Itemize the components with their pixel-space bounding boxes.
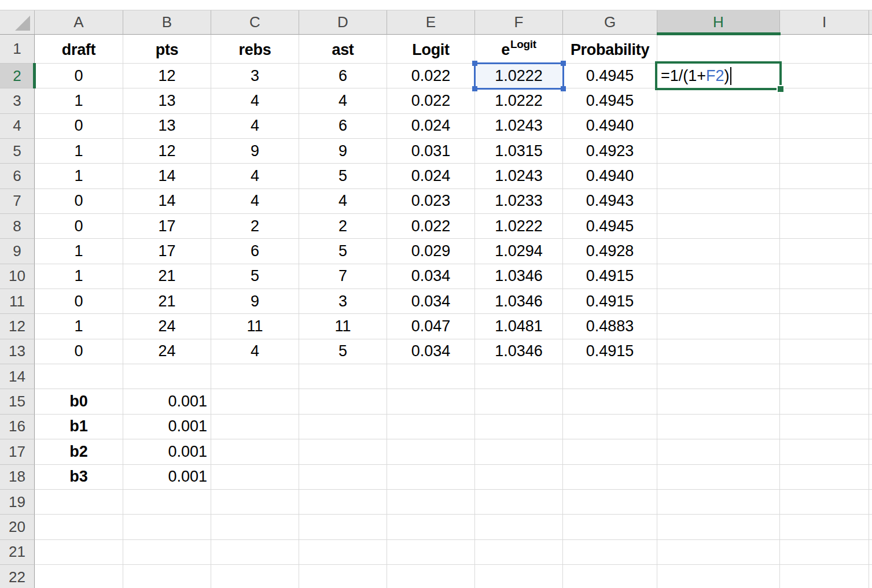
cell-C10[interactable]: 5	[211, 264, 299, 289]
cell-A20[interactable]	[35, 515, 123, 539]
cell-E5[interactable]: 0.031	[387, 139, 475, 164]
row-header-20[interactable]: 20	[0, 515, 35, 539]
cell-A6[interactable]: 1	[35, 164, 123, 188]
cell-E9[interactable]: 0.029	[387, 239, 475, 264]
cell-partial-18[interactable]	[869, 465, 872, 490]
cell-G5[interactable]: 0.4923	[563, 139, 657, 164]
cell-E16[interactable]	[387, 415, 475, 439]
row-header-19[interactable]: 19	[0, 490, 35, 515]
cell-F19[interactable]	[475, 490, 563, 515]
row-header-3[interactable]: 3	[0, 88, 35, 113]
cell-I17[interactable]	[780, 439, 869, 464]
cell-F14[interactable]	[475, 364, 563, 389]
cell-E17[interactable]	[387, 439, 475, 464]
cell-I20[interactable]	[780, 515, 869, 539]
cell-B5[interactable]: 12	[123, 139, 211, 164]
cell-A1[interactable]: draft	[35, 35, 123, 64]
row-header-12[interactable]: 12	[0, 314, 35, 339]
cell-C20[interactable]	[211, 515, 299, 539]
cell-F4[interactable]: 1.0243	[475, 114, 563, 139]
cell-A17[interactable]: b2	[35, 439, 123, 464]
row-header-16[interactable]: 16	[0, 415, 35, 439]
cell-F21[interactable]	[475, 540, 563, 565]
cell-G7[interactable]: 0.4943	[563, 189, 657, 214]
row-header-13[interactable]: 13	[0, 339, 35, 364]
cell-G8[interactable]: 0.4945	[563, 214, 657, 239]
cell-partial-12[interactable]	[869, 314, 872, 339]
row-header-15[interactable]: 15	[0, 389, 35, 414]
cell-H22[interactable]	[657, 565, 780, 588]
cell-E21[interactable]	[387, 540, 475, 565]
cell-A22[interactable]	[35, 565, 123, 588]
cell-I2[interactable]	[780, 64, 869, 88]
cell-C12[interactable]: 11	[211, 314, 299, 339]
cell-B18[interactable]: 0.001	[123, 465, 211, 490]
cell-partial-5[interactable]	[869, 139, 872, 164]
cell-D20[interactable]	[299, 515, 387, 539]
cell-H6[interactable]	[657, 164, 780, 188]
cell-G3[interactable]: 0.4945	[563, 88, 657, 113]
cell-D17[interactable]	[299, 439, 387, 464]
cell-D16[interactable]	[299, 415, 387, 439]
cell-partial-15[interactable]	[869, 389, 872, 414]
cell-I18[interactable]	[780, 465, 869, 490]
cell-H21[interactable]	[657, 540, 780, 565]
cell-G1[interactable]: Probability	[563, 35, 657, 64]
cell-A7[interactable]: 0	[35, 189, 123, 214]
cell-C18[interactable]	[211, 465, 299, 490]
cell-F10[interactable]: 1.0346	[475, 264, 563, 289]
cell-F17[interactable]	[475, 439, 563, 464]
cell-I15[interactable]	[780, 389, 869, 414]
cell-B8[interactable]: 17	[123, 214, 211, 239]
cell-C5[interactable]: 9	[211, 139, 299, 164]
cell-G19[interactable]	[563, 490, 657, 515]
cell-F6[interactable]: 1.0243	[475, 164, 563, 188]
cell-D5[interactable]: 9	[299, 139, 387, 164]
reference-handle-bottom-right[interactable]	[561, 86, 566, 91]
column-header-partial[interactable]	[869, 10, 872, 35]
cell-partial-8[interactable]	[869, 214, 872, 239]
cell-I14[interactable]	[780, 364, 869, 389]
cell-I8[interactable]	[780, 214, 869, 239]
cell-F3[interactable]: 1.0222	[475, 88, 563, 113]
cell-I13[interactable]	[780, 339, 869, 364]
cell-C17[interactable]	[211, 439, 299, 464]
cell-D13[interactable]: 5	[299, 339, 387, 364]
column-header-G[interactable]: G	[563, 10, 657, 35]
cell-E2[interactable]: 0.022	[387, 64, 475, 88]
cell-H9[interactable]	[657, 239, 780, 264]
cell-B3[interactable]: 13	[123, 88, 211, 113]
cell-D6[interactable]: 5	[299, 164, 387, 188]
cell-H13[interactable]	[657, 339, 780, 364]
cell-H14[interactable]	[657, 364, 780, 389]
cell-F16[interactable]	[475, 415, 563, 439]
cell-G12[interactable]: 0.4883	[563, 314, 657, 339]
cell-B4[interactable]: 13	[123, 114, 211, 139]
cell-E8[interactable]: 0.022	[387, 214, 475, 239]
cell-I9[interactable]	[780, 239, 869, 264]
cell-E18[interactable]	[387, 465, 475, 490]
cell-D12[interactable]: 11	[299, 314, 387, 339]
cell-G14[interactable]	[563, 364, 657, 389]
cell-partial-10[interactable]	[869, 264, 872, 289]
cell-G11[interactable]: 0.4915	[563, 289, 657, 314]
cell-partial-9[interactable]	[869, 239, 872, 264]
cell-H1[interactable]	[657, 35, 780, 64]
cell-partial-13[interactable]	[869, 339, 872, 364]
cell-B1[interactable]: pts	[123, 35, 211, 64]
cell-E10[interactable]: 0.034	[387, 264, 475, 289]
cell-G10[interactable]: 0.4915	[563, 264, 657, 289]
cell-G16[interactable]	[563, 415, 657, 439]
cell-I16[interactable]	[780, 415, 869, 439]
cell-A16[interactable]: b1	[35, 415, 123, 439]
cell-G15[interactable]	[563, 389, 657, 414]
cell-E4[interactable]: 0.024	[387, 114, 475, 139]
cell-B17[interactable]: 0.001	[123, 439, 211, 464]
column-header-A[interactable]: A	[35, 10, 123, 35]
cell-B12[interactable]: 24	[123, 314, 211, 339]
column-header-C[interactable]: C	[211, 10, 299, 35]
cell-C4[interactable]: 4	[211, 114, 299, 139]
cell-A11[interactable]: 0	[35, 289, 123, 314]
cell-F9[interactable]: 1.0294	[475, 239, 563, 264]
row-header-9[interactable]: 9	[0, 239, 35, 264]
